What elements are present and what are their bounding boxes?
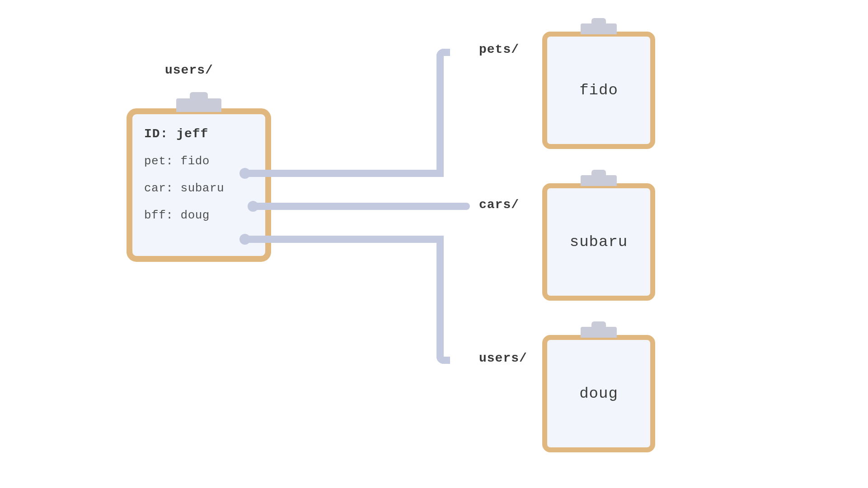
target-document-clipboard: doug <box>542 335 655 452</box>
field-value: subaru <box>181 181 225 195</box>
target-collection-label: cars/ <box>479 198 519 212</box>
field-key: bff <box>144 209 166 222</box>
target-document-board: subaru <box>542 183 655 301</box>
clipboard-clip-icon <box>581 23 617 34</box>
field-value: fido <box>181 154 210 168</box>
connector-bracket <box>436 236 450 364</box>
target-collection-label: users/ <box>479 351 527 365</box>
clipboard-clip-icon <box>581 175 617 186</box>
document-field: car: subaru <box>144 181 253 195</box>
connector-bracket <box>436 49 450 177</box>
clipboard-clip-icon <box>176 98 221 112</box>
target-document-board: doug <box>542 335 655 452</box>
target-document-value: doug <box>579 385 618 402</box>
source-collection-label: users/ <box>165 63 213 77</box>
target-collection-label: pets/ <box>479 42 519 56</box>
connector-line <box>245 170 444 177</box>
db-reference-diagram: users/ ID: jeff pet: fido car: subaru bf… <box>86 23 782 465</box>
clipboard-clip-icon <box>581 327 617 338</box>
document-id: ID: jeff <box>144 127 253 141</box>
document-field: pet: fido <box>144 154 253 168</box>
target-document-value: fido <box>579 82 618 99</box>
connector-line <box>245 236 444 243</box>
target-document-clipboard: fido <box>542 32 655 149</box>
target-document-clipboard: subaru <box>542 183 655 301</box>
connector-line <box>253 203 470 210</box>
field-key: car <box>144 181 166 195</box>
target-document-board: fido <box>542 32 655 149</box>
document-field: bff: doug <box>144 209 253 222</box>
field-value: doug <box>181 209 210 222</box>
target-document-value: subaru <box>570 233 628 251</box>
field-key: pet <box>144 154 166 168</box>
